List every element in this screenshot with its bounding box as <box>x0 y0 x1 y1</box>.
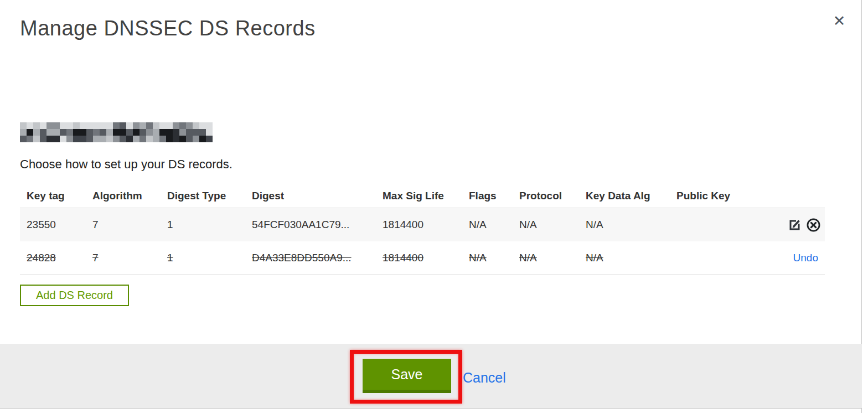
col-header-max-sig-life: Max Sig Life <box>376 185 462 208</box>
row-actions <box>757 208 825 241</box>
cell-protocol: N/A <box>513 208 579 241</box>
cell-public-key <box>670 241 757 275</box>
add-ds-record-button[interactable]: Add DS Record <box>20 285 129 306</box>
table-row-deleted: 24828 7 1 D4A33E8DD550A9... 1814400 N/A … <box>20 241 825 275</box>
cell-digest: 54FCF030AA1C79... <box>245 208 376 241</box>
col-header-public-key: Public Key <box>670 185 757 208</box>
cell-digest: D4A33E8DD550A9... <box>245 241 376 275</box>
ds-records-table: Key tag Algorithm Digest Type Digest Max… <box>20 185 825 275</box>
dialog-footer: Save Cancel <box>0 344 862 409</box>
page-title: Manage DNSSEC DS Records <box>20 17 316 40</box>
row-actions: Undo <box>757 241 825 275</box>
instruction-text: Choose how to set up your DS records. <box>20 157 232 172</box>
col-header-protocol: Protocol <box>513 185 579 208</box>
save-button[interactable]: Save <box>363 359 451 393</box>
cell-max-sig-life: 1814400 <box>376 208 462 241</box>
cell-key-data-alg: N/A <box>579 208 670 241</box>
cell-public-key <box>670 208 757 241</box>
cell-digest-type: 1 <box>161 208 245 241</box>
col-header-digest: Digest <box>245 185 376 208</box>
domain-name-redacted <box>20 122 213 142</box>
manage-dnssec-dialog: Manage DNSSEC DS Records ✕ Choose how to… <box>0 0 862 413</box>
cell-digest-type: 1 <box>161 241 245 275</box>
cell-key-tag: 24828 <box>20 241 86 275</box>
cell-protocol: N/A <box>513 241 579 275</box>
col-header-actions <box>757 185 825 208</box>
cell-key-data-alg: N/A <box>579 241 670 275</box>
col-header-algorithm: Algorithm <box>86 185 161 208</box>
undo-link[interactable]: Undo <box>793 252 818 264</box>
cell-max-sig-life: 1814400 <box>376 241 462 275</box>
cell-algorithm: 7 <box>86 241 161 275</box>
table-header-row: Key tag Algorithm Digest Type Digest Max… <box>20 185 825 208</box>
col-header-digest-type: Digest Type <box>161 185 245 208</box>
cell-flags: N/A <box>462 241 513 275</box>
col-header-key-data-alg: Key Data Alg <box>579 185 670 208</box>
cell-algorithm: 7 <box>86 208 161 241</box>
edit-icon[interactable] <box>787 216 803 233</box>
close-icon[interactable]: ✕ <box>828 10 850 32</box>
cell-flags: N/A <box>462 208 513 241</box>
cell-key-tag: 23550 <box>20 208 86 241</box>
delete-icon[interactable] <box>805 216 822 233</box>
col-header-flags: Flags <box>462 185 513 208</box>
cancel-link[interactable]: Cancel <box>463 370 506 386</box>
table-row: 23550 7 1 54FCF030AA1C79... 1814400 N/A … <box>20 208 825 241</box>
col-header-key-tag: Key tag <box>20 185 86 208</box>
